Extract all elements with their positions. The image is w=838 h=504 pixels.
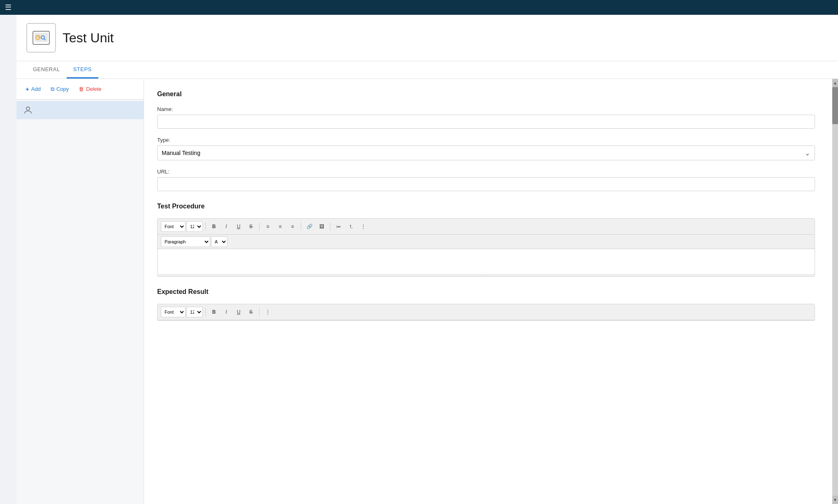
left-panel: + Add ⧉ Copy 🗑 Delete [16, 79, 144, 504]
delete-button[interactable]: 🗑 Delete [74, 83, 106, 95]
font-size-select[interactable]: 12 [186, 221, 203, 232]
er-toolbar-sep-2 [259, 308, 260, 316]
expected-result-title: Expected Result [157, 288, 815, 296]
align-center-button[interactable]: ≡ [274, 221, 286, 232]
test-procedure-toolbar-row2: Paragraph A [158, 235, 815, 249]
page-icon-box [26, 23, 56, 53]
steps-list [16, 99, 144, 504]
style-select[interactable]: Paragraph [161, 236, 210, 247]
add-label: Add [31, 86, 41, 92]
test-procedure-body[interactable] [158, 249, 815, 274]
tab-steps[interactable]: STEPS [67, 61, 98, 79]
add-button[interactable]: + Add [21, 83, 45, 95]
delete-icon: 🗑 [79, 86, 84, 92]
test-procedure-title: Test Procedure [157, 203, 815, 210]
type-select[interactable]: Manual Testing Automated Testing [157, 146, 815, 160]
svg-point-7 [26, 107, 30, 110]
align-right-button[interactable]: ≡ [287, 221, 298, 232]
toolbar-sep-1 [205, 222, 206, 231]
delete-label: Delete [86, 86, 102, 92]
toolbar-sep-2 [259, 222, 260, 231]
type-label: Type: [157, 137, 815, 143]
main-container: Test Unit GENERAL STEPS + Add ⧉ Copy 🗑 D… [16, 15, 838, 504]
list-ol-button[interactable]: ⒈ [345, 221, 357, 232]
plus-icon: + [26, 86, 29, 92]
tab-general[interactable]: GENERAL [26, 61, 67, 79]
expected-result-editor: Font 12 B I U S ⋮ [157, 304, 815, 321]
align-left-button[interactable]: ≡ [262, 221, 274, 232]
hamburger-menu-icon[interactable]: ☰ [5, 3, 12, 12]
name-label: Name: [157, 106, 815, 112]
color-select[interactable]: A [211, 236, 227, 247]
er-more-options-button[interactable]: ⋮ [262, 307, 274, 317]
scroll-down-button[interactable]: ▼ [832, 496, 838, 504]
url-field-group: URL: [157, 169, 815, 199]
name-field-group: Name: [157, 106, 815, 137]
steps-toolbar: + Add ⧉ Copy 🗑 Delete [16, 79, 144, 99]
resize-handle[interactable]: · · · [158, 274, 815, 276]
tabs-section: GENERAL STEPS [16, 61, 838, 79]
er-underline-button[interactable]: U [233, 307, 244, 317]
general-section-title: General [157, 90, 815, 98]
copy-icon: ⧉ [51, 86, 54, 92]
test-procedure-editor: Font 12 B I U S ≡ ≡ ≡ [157, 218, 815, 277]
italic-button[interactable]: I [221, 221, 232, 232]
content-area: + Add ⧉ Copy 🗑 Delete [16, 79, 838, 504]
type-field-group: Type: Manual Testing Automated Testing ⌄ [157, 137, 815, 160]
font-family-select[interactable]: Font [161, 221, 186, 232]
er-strikethrough-button[interactable]: S [245, 307, 257, 317]
strikethrough-button[interactable]: S [245, 221, 257, 232]
toolbar-sep-4 [330, 222, 330, 231]
er-font-family-select[interactable]: Font [161, 307, 186, 317]
copy-button[interactable]: ⧉ Copy [46, 83, 73, 95]
scrollbar-track: ▲ ▼ [832, 79, 838, 504]
page-title: Test Unit [63, 30, 114, 46]
url-input[interactable] [157, 177, 815, 191]
scroll-up-button[interactable]: ▲ [832, 79, 838, 87]
expected-result-toolbar: Font 12 B I U S ⋮ [158, 304, 815, 320]
test-unit-icon [32, 29, 50, 47]
er-italic-button[interactable]: I [221, 307, 232, 317]
step-user-icon [23, 105, 33, 115]
top-bar: ☰ [0, 0, 838, 15]
list-ul-button[interactable]: ≔ [333, 221, 344, 232]
header-section: Test Unit [16, 15, 838, 61]
toolbar-sep-3 [301, 222, 301, 231]
image-button[interactable]: 🖼 [316, 221, 327, 232]
resize-dots-icon: · · · [481, 273, 491, 277]
more-options-button[interactable]: ⋮ [357, 221, 369, 232]
er-bold-button[interactable]: B [208, 307, 220, 317]
er-toolbar-sep-1 [205, 308, 206, 316]
copy-label: Copy [56, 86, 69, 92]
list-item[interactable] [16, 101, 144, 119]
test-procedure-toolbar: Font 12 B I U S ≡ ≡ ≡ [158, 219, 815, 235]
underline-button[interactable]: U [233, 221, 244, 232]
bold-button[interactable]: B [208, 221, 220, 232]
scrollbar-thumb [832, 87, 838, 124]
name-input[interactable] [157, 115, 815, 129]
link-button[interactable]: 🔗 [304, 221, 315, 232]
form-content: General Name: Type: Manual Testing Autom… [157, 90, 825, 321]
right-panel[interactable]: ▲ ▼ General Name: Type: Manual Testing [144, 79, 838, 504]
type-select-wrapper: Manual Testing Automated Testing ⌄ [157, 146, 815, 160]
er-font-size-select[interactable]: 12 [186, 307, 203, 317]
url-label: URL: [157, 169, 815, 175]
